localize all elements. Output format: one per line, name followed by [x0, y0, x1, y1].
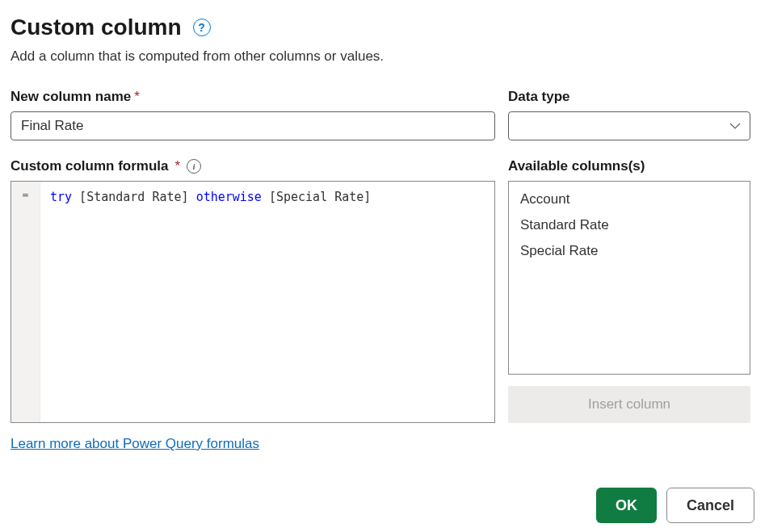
available-columns-list: AccountStandard RateSpecial Rate	[508, 181, 750, 375]
insert-column-button[interactable]: Insert column	[508, 386, 750, 423]
ok-button[interactable]: OK	[596, 488, 657, 523]
list-item[interactable]: Special Rate	[509, 238, 750, 264]
page-subtitle: Add a column that is computed from other…	[11, 48, 754, 65]
available-columns-label: Available columns(s)	[508, 158, 750, 174]
required-indicator: *	[134, 89, 140, 105]
list-item[interactable]: Standard Rate	[509, 212, 750, 238]
formula-editor[interactable]: = try [Standard Rate] otherwise [Special…	[11, 181, 495, 423]
cancel-button[interactable]: Cancel	[666, 488, 754, 523]
info-icon[interactable]: i	[187, 159, 201, 174]
column-name-input[interactable]	[11, 111, 495, 140]
page-title: Custom column	[11, 15, 182, 40]
formula-content[interactable]: try [Standard Rate] otherwise [Special R…	[40, 182, 494, 422]
learn-more-link[interactable]: Learn more about Power Query formulas	[11, 436, 259, 452]
formula-label: Custom column formula * i	[11, 158, 495, 174]
required-indicator: *	[175, 158, 181, 174]
list-item[interactable]: Account	[509, 186, 750, 212]
data-type-select[interactable]	[508, 111, 750, 140]
column-name-label: New column name *	[11, 89, 495, 105]
formula-gutter: =	[11, 182, 40, 422]
help-icon[interactable]: ?	[193, 19, 211, 36]
data-type-label: Data type	[508, 89, 750, 105]
